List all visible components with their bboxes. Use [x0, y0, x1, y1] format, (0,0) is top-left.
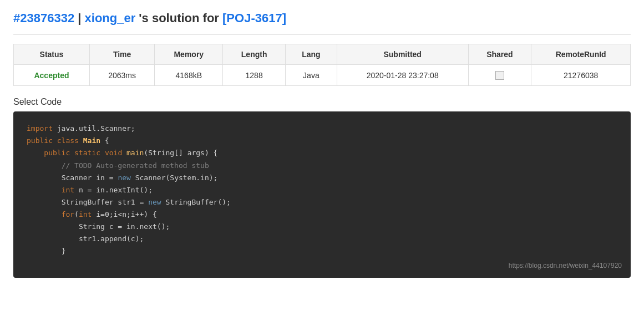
title-section: #23876332 | xiong_er 's solution for [PO…	[13, 11, 631, 35]
problem-link[interactable]: [POJ-3617]	[222, 11, 286, 25]
cell-memory: 4168kB	[155, 65, 223, 86]
cell-shared[interactable]	[468, 65, 531, 86]
result-table: Status Time Memory Length Lang Submitted…	[13, 44, 631, 86]
col-time: Time	[89, 44, 154, 65]
cell-submitted: 2020-01-28 23:27:08	[337, 65, 468, 86]
run-id-link[interactable]: #23876332	[13, 11, 74, 25]
code-block: import java.util.Scanner; public class M…	[13, 111, 631, 278]
user-link[interactable]: xiong_er	[85, 11, 136, 25]
select-code-label: Select Code	[13, 97, 631, 107]
cell-time: 2063ms	[89, 65, 154, 86]
col-length: Length	[223, 44, 286, 65]
table-header-row: Status Time Memory Length Lang Submitted…	[14, 44, 631, 65]
col-status: Status	[14, 44, 90, 65]
separator: |	[78, 11, 84, 25]
col-memory: Memory	[155, 44, 223, 65]
shared-checkbox[interactable]	[495, 71, 504, 80]
watermark: https://blog.csdn.net/weixin_44107920	[509, 260, 622, 271]
table-row: Accepted 2063ms 4168kB 1288 Java 2020-01…	[14, 65, 631, 86]
col-shared: Shared	[468, 44, 531, 65]
cell-status: Accepted	[14, 65, 90, 86]
col-lang: Lang	[285, 44, 337, 65]
col-submitted: Submitted	[337, 44, 468, 65]
status-badge: Accepted	[34, 71, 69, 80]
cell-lang: Java	[285, 65, 337, 86]
solution-text: 's solution for	[139, 11, 222, 25]
col-remoterunid: RemoteRunId	[531, 44, 631, 65]
cell-remoterunid: 21276038	[531, 65, 631, 86]
cell-length: 1288	[223, 65, 286, 86]
code-content: import java.util.Scanner; public class M…	[27, 123, 617, 257]
